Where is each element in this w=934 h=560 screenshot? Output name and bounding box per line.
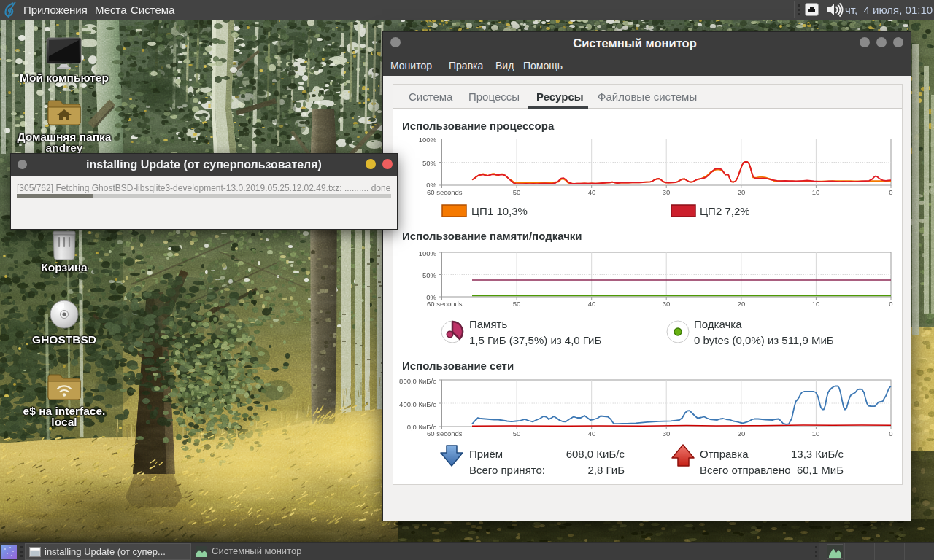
- svg-text:400,0 КиБ/с: 400,0 КиБ/с: [399, 400, 436, 408]
- svg-text:100%: 100%: [419, 136, 437, 144]
- svg-text:40: 40: [588, 300, 596, 308]
- svg-text:60 seconds: 60 seconds: [427, 188, 463, 196]
- svg-text:50: 50: [513, 188, 521, 196]
- svg-text:Всего принято:: Всего принято:: [469, 464, 545, 476]
- svg-text:Память: Память: [469, 318, 507, 330]
- svg-text:60 seconds: 60 seconds: [427, 300, 463, 308]
- svg-text:13,3 КиБ/с: 13,3 КиБ/с: [791, 448, 844, 460]
- svg-text:40: 40: [588, 188, 596, 196]
- svg-text:30: 30: [663, 429, 671, 438]
- svg-text:30: 30: [663, 300, 671, 308]
- svg-text:ЦП1 10,3%: ЦП1 10,3%: [471, 205, 528, 217]
- svg-text:0: 0: [889, 429, 892, 438]
- svg-text:ЦП2 7,2%: ЦП2 7,2%: [700, 205, 750, 217]
- svg-text:Всего отправлено: Всего отправлено: [700, 464, 791, 476]
- svg-text:30: 30: [663, 188, 671, 196]
- svg-text:20: 20: [738, 300, 746, 308]
- svg-text:50%: 50%: [422, 271, 437, 279]
- svg-text:0: 0: [889, 300, 892, 308]
- svg-text:20: 20: [738, 188, 746, 196]
- svg-text:50%: 50%: [422, 159, 437, 167]
- svg-text:Использование процессора: Использование процессора: [402, 120, 555, 132]
- svg-text:10: 10: [812, 300, 820, 308]
- svg-text:1,5 ГиБ (37,5%) из 4,0 ГиБ: 1,5 ГиБ (37,5%) из 4,0 ГиБ: [469, 334, 601, 346]
- svg-text:20: 20: [738, 429, 746, 438]
- svg-text:0: 0: [889, 188, 892, 196]
- svg-text:2,8 ГиБ: 2,8 ГиБ: [587, 464, 625, 476]
- svg-text:50: 50: [513, 300, 521, 308]
- svg-text:Подкачка: Подкачка: [694, 318, 742, 330]
- svg-text:50: 50: [513, 429, 521, 438]
- svg-text:800,0 КиБ/с: 800,0 КиБ/с: [399, 377, 436, 385]
- svg-text:608,0 КиБ/с: 608,0 КиБ/с: [566, 448, 625, 460]
- svg-text:10: 10: [812, 429, 820, 438]
- svg-text:100%: 100%: [419, 249, 437, 257]
- svg-text:0 bytes (0,0%) из 511,9 МиБ: 0 bytes (0,0%) из 511,9 МиБ: [694, 334, 834, 346]
- svg-text:10: 10: [812, 188, 820, 196]
- svg-text:Использование сети: Использование сети: [402, 359, 514, 372]
- svg-text:Использование памяти/подкачки: Использование памяти/подкачки: [402, 230, 582, 242]
- svg-text:60,1 МиБ: 60,1 МиБ: [797, 464, 844, 476]
- svg-text:Приём: Приём: [469, 448, 503, 460]
- svg-text:Отправка: Отправка: [700, 448, 749, 460]
- svg-text:60 seconds: 60 seconds: [427, 429, 463, 438]
- svg-text:40: 40: [588, 429, 596, 438]
